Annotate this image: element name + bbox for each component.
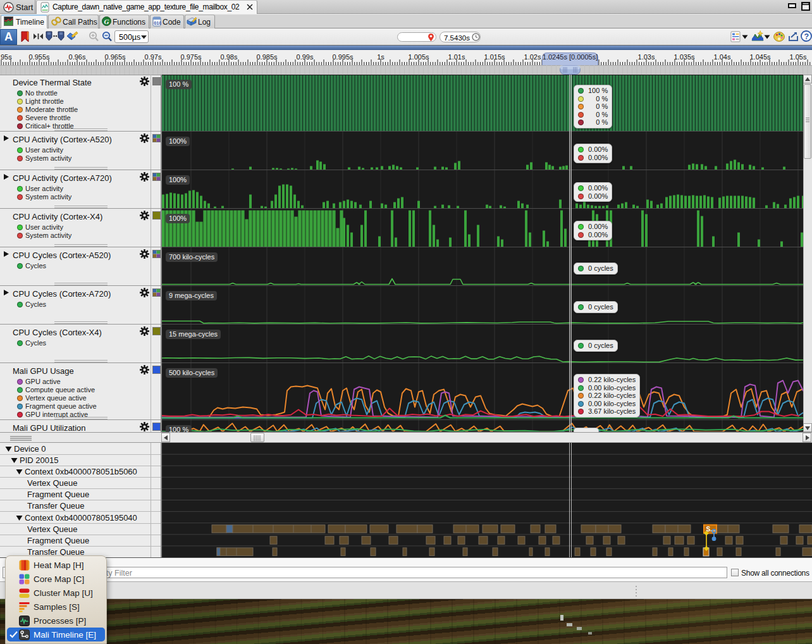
svg-text:?: ? [804, 32, 809, 41]
svg-text:G: G [104, 18, 109, 25]
svg-text:010: 010 [154, 20, 161, 26]
